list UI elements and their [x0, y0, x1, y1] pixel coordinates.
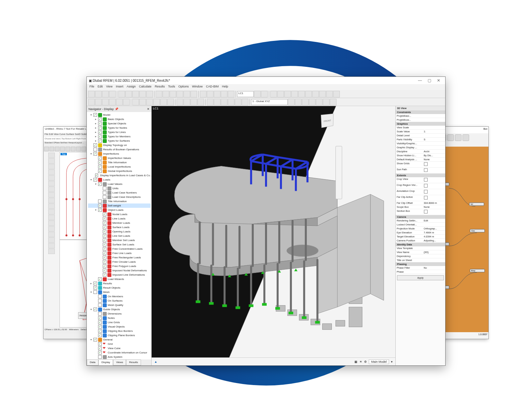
tree-item[interactable]: Member Set Loads — [88, 238, 151, 242]
checkbox[interactable] — [103, 217, 106, 220]
tb-icon[interactable] — [270, 91, 277, 97]
palette-icon[interactable] — [48, 237, 55, 243]
expand-icon[interactable]: ▸ — [94, 134, 97, 139]
prop-row[interactable]: Section Box — [396, 209, 445, 215]
prop-value[interactable] — [423, 114, 445, 118]
menu-results[interactable]: Results — [155, 85, 165, 89]
expand-icon[interactable]: ▸ — [94, 121, 97, 126]
tb-icon[interactable] — [235, 99, 241, 105]
palette-icon[interactable] — [48, 175, 55, 181]
prop-row[interactable]: Scale Value1: — [396, 130, 445, 134]
tool-icon[interactable] — [76, 147, 81, 151]
prop-value[interactable] — [423, 162, 445, 167]
tree-item[interactable]: Member Loads — [88, 221, 151, 225]
tb-icon[interactable] — [191, 91, 197, 97]
gh-node[interactable]: Geo — [470, 229, 485, 232]
expand-icon[interactable]: ▾ — [89, 178, 92, 182]
tb-icon[interactable] — [163, 91, 169, 97]
checkbox[interactable] — [93, 338, 97, 341]
prop-value[interactable]: None — [423, 205, 445, 209]
tool-icon[interactable] — [60, 147, 65, 151]
tree-item[interactable]: Clipping Plane Borders — [88, 333, 151, 337]
checkbox[interactable] — [98, 169, 102, 173]
tb-icon[interactable] — [184, 99, 190, 105]
prop-value[interactable]: Edit — [423, 219, 445, 222]
checkbox[interactable] — [98, 342, 102, 346]
view-cube-face[interactable]: FRONT — [321, 113, 333, 128]
gh-shelf-icon[interactable] — [463, 134, 469, 141]
tb-icon[interactable] — [284, 91, 291, 97]
tree-item[interactable]: Coordinate Information on Cursor — [88, 350, 151, 355]
prop-value[interactable] — [423, 146, 445, 149]
checkbox[interactable] — [93, 152, 97, 156]
prop-row[interactable]: View Scale — [396, 126, 445, 130]
palette-icon[interactable] — [48, 220, 55, 226]
prop-value[interactable]: Archi — [423, 150, 445, 153]
prop-row[interactable]: Locked Orientati... — [396, 223, 445, 227]
tb-icon[interactable] — [167, 99, 174, 105]
tb-icon[interactable] — [214, 99, 220, 105]
tb-icon[interactable] — [221, 99, 227, 105]
checkbox[interactable] — [103, 273, 106, 277]
tree-item[interactable]: ▸Types for Nodes — [88, 126, 151, 130]
tb-icon[interactable] — [326, 91, 333, 97]
tb-icon[interactable] — [139, 91, 146, 97]
palette-icon[interactable] — [48, 249, 55, 254]
tb-icon[interactable] — [146, 91, 153, 97]
tb-icon[interactable] — [116, 99, 123, 105]
checkbox[interactable] — [95, 174, 98, 177]
tree-item[interactable]: Global Imperfections — [88, 169, 151, 173]
menu-insert[interactable]: Insert — [116, 85, 123, 89]
prop-value[interactable] — [423, 177, 445, 183]
prop-value[interactable] — [423, 223, 445, 226]
tb-icon[interactable] — [254, 91, 261, 97]
prop-row[interactable]: Show Grids — [396, 162, 445, 168]
prop-row[interactable]: Projection ModeOrthograp... — [396, 227, 445, 231]
checkbox[interactable] — [424, 210, 428, 213]
prop-row[interactable]: Projektbasi... — [396, 114, 445, 118]
expand-icon[interactable]: ▾ — [89, 290, 92, 294]
checkbox[interactable] — [93, 113, 97, 117]
menu-assign[interactable]: Assign — [127, 85, 136, 89]
tree-item[interactable]: Display Topology on — [88, 143, 151, 147]
checkbox[interactable] — [98, 126, 102, 130]
expand-icon[interactable]: ▸ — [94, 126, 97, 130]
prop-value[interactable]: By Dis... — [423, 154, 445, 157]
tb-icon[interactable] — [153, 99, 160, 105]
tool-icon[interactable] — [81, 147, 86, 151]
menu-options[interactable]: Options — [178, 85, 189, 89]
tree-item[interactable]: Nodal Loads — [88, 212, 151, 216]
tree-item[interactable]: Line Set Loads — [88, 234, 151, 238]
tb-icon[interactable] — [288, 99, 295, 105]
expand-icon[interactable]: ▾ — [94, 208, 97, 212]
tb-icon[interactable] — [88, 99, 95, 105]
checkbox[interactable] — [93, 178, 97, 182]
tb-icon[interactable] — [191, 99, 197, 105]
tree-item[interactable]: Results of Boolean Operations — [88, 147, 151, 152]
palette-icon[interactable] — [48, 203, 55, 209]
apply-button[interactable]: Apply — [397, 275, 444, 280]
close-button[interactable]: ✕ — [434, 78, 443, 83]
checkbox[interactable] — [103, 264, 106, 268]
settings-icon[interactable]: ⚙ — [364, 360, 367, 363]
loadcase-combo[interactable]: LC1 — [237, 91, 254, 97]
expand-icon[interactable]: ▸ — [89, 281, 92, 286]
rfem-toolbar-2[interactable]: 1 - Global XYZ — [87, 98, 445, 106]
checkbox[interactable] — [103, 247, 106, 251]
checkbox[interactable] — [103, 191, 106, 195]
palette-icon[interactable] — [48, 187, 55, 192]
tb-icon[interactable] — [109, 99, 116, 105]
tree-item[interactable]: Result Objects — [88, 286, 151, 290]
tree-item[interactable]: Load Wizards — [88, 277, 151, 281]
tree-item[interactable]: Surface Loads — [88, 225, 151, 229]
tb-icon[interactable] — [298, 91, 305, 97]
prop-row[interactable]: Show Hidden Li...By Dis... — [396, 154, 445, 158]
checkbox[interactable] — [98, 135, 102, 138]
checkbox[interactable] — [98, 295, 102, 298]
palette-icon[interactable] — [48, 198, 55, 203]
checkbox[interactable] — [424, 190, 428, 194]
tree-item[interactable]: Imperfection Values — [88, 156, 151, 160]
checkbox[interactable] — [103, 238, 106, 242]
checkbox[interactable] — [98, 139, 102, 143]
view-cube[interactable]: FRONT — [321, 114, 339, 132]
